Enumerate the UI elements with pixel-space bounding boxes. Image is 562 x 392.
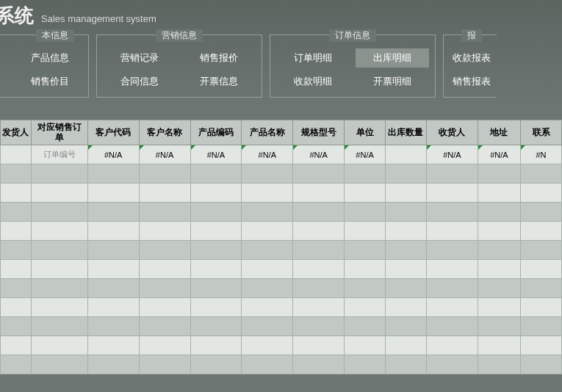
table-cell[interactable] bbox=[293, 164, 345, 184]
table-cell[interactable] bbox=[242, 203, 293, 222]
column-header[interactable]: 联系 bbox=[521, 120, 562, 145]
table-row[interactable] bbox=[1, 355, 562, 374]
table-cell[interactable] bbox=[426, 203, 478, 222]
table-cell[interactable]: #N/A bbox=[345, 145, 386, 164]
table-cell[interactable] bbox=[426, 184, 478, 203]
table-cell[interactable] bbox=[242, 298, 293, 317]
table-cell[interactable] bbox=[139, 203, 190, 222]
table-cell[interactable] bbox=[190, 222, 242, 241]
table-cell[interactable] bbox=[139, 336, 190, 355]
table-row[interactable] bbox=[1, 203, 562, 222]
table-cell[interactable] bbox=[293, 317, 345, 336]
table-cell[interactable] bbox=[139, 279, 190, 298]
table-cell[interactable] bbox=[345, 317, 386, 336]
column-header[interactable]: 产品名称 bbox=[242, 120, 293, 145]
table-cell[interactable] bbox=[190, 184, 242, 203]
table-cell[interactable] bbox=[190, 203, 242, 222]
table-cell[interactable] bbox=[345, 184, 386, 203]
nav-button[interactable]: 产品信息 bbox=[18, 48, 82, 68]
table-cell[interactable] bbox=[426, 317, 478, 336]
table-cell[interactable] bbox=[87, 222, 139, 241]
nav-button[interactable]: 收款明细 bbox=[276, 72, 350, 91]
table-cell[interactable]: #N bbox=[521, 145, 562, 164]
column-header[interactable]: 地址 bbox=[478, 120, 520, 145]
table-cell[interactable] bbox=[1, 298, 32, 317]
table-cell[interactable] bbox=[1, 184, 32, 203]
table-cell[interactable] bbox=[386, 260, 427, 279]
table-cell[interactable] bbox=[521, 203, 562, 222]
table-cell[interactable] bbox=[31, 241, 87, 260]
table-cell[interactable]: #N/A bbox=[87, 145, 139, 164]
table-row[interactable] bbox=[1, 298, 562, 317]
table-cell[interactable] bbox=[87, 336, 139, 355]
table-cell[interactable] bbox=[478, 279, 520, 298]
table-cell[interactable] bbox=[386, 298, 427, 317]
nav-button[interactable]: 出库明细 bbox=[356, 48, 429, 68]
table-cell[interactable] bbox=[426, 298, 478, 317]
table-cell[interactable] bbox=[293, 222, 345, 241]
table-cell[interactable] bbox=[426, 260, 478, 279]
table-cell[interactable] bbox=[345, 336, 386, 355]
table-cell[interactable] bbox=[31, 203, 87, 222]
table-cell[interactable] bbox=[386, 164, 427, 184]
nav-button[interactable]: 订单明细 bbox=[276, 48, 350, 68]
table-cell[interactable] bbox=[87, 184, 139, 203]
table-cell[interactable] bbox=[1, 164, 32, 184]
table-cell[interactable] bbox=[31, 317, 87, 336]
table-cell[interactable] bbox=[293, 184, 345, 203]
table-cell[interactable] bbox=[293, 336, 345, 355]
table-cell[interactable] bbox=[345, 241, 386, 260]
table-cell[interactable] bbox=[345, 355, 386, 374]
table-row[interactable] bbox=[1, 241, 562, 260]
table-cell[interactable] bbox=[87, 279, 139, 298]
column-header[interactable]: 规格型号 bbox=[293, 120, 345, 145]
table-cell[interactable] bbox=[386, 184, 427, 203]
table-cell[interactable] bbox=[478, 222, 520, 241]
table-cell[interactable] bbox=[87, 164, 139, 184]
table-cell[interactable] bbox=[31, 164, 87, 184]
table-cell[interactable] bbox=[139, 260, 190, 279]
nav-button[interactable]: 合同信息 bbox=[103, 72, 176, 91]
table-cell[interactable] bbox=[87, 260, 139, 279]
table-cell[interactable]: 订单编号 bbox=[31, 145, 87, 164]
table-cell[interactable] bbox=[521, 184, 562, 203]
table-cell[interactable]: #N/A bbox=[242, 145, 293, 164]
table-cell[interactable] bbox=[139, 184, 190, 203]
table-cell[interactable] bbox=[242, 336, 293, 355]
table-cell[interactable]: #N/A bbox=[190, 145, 242, 164]
table-cell[interactable] bbox=[426, 355, 478, 374]
table-cell[interactable] bbox=[87, 241, 139, 260]
table-row[interactable] bbox=[1, 222, 562, 241]
table-cell[interactable] bbox=[190, 260, 242, 279]
nav-button[interactable]: 开票信息 bbox=[182, 72, 256, 91]
column-header[interactable]: 产品编码 bbox=[190, 120, 242, 145]
table-cell[interactable] bbox=[521, 336, 562, 355]
table-cell[interactable] bbox=[190, 298, 242, 317]
table-cell[interactable] bbox=[478, 355, 520, 374]
table-cell[interactable] bbox=[386, 317, 427, 336]
table-cell[interactable] bbox=[426, 336, 478, 355]
table-cell[interactable] bbox=[521, 222, 562, 241]
table-cell[interactable] bbox=[426, 279, 478, 298]
table-cell[interactable] bbox=[521, 279, 562, 298]
table-cell[interactable] bbox=[242, 222, 293, 241]
table-cell[interactable]: #N/A bbox=[478, 145, 520, 164]
table-cell[interactable] bbox=[139, 317, 190, 336]
column-header[interactable]: 发货人 bbox=[1, 120, 32, 145]
table-cell[interactable] bbox=[139, 298, 190, 317]
table-cell[interactable] bbox=[242, 279, 293, 298]
table-cell[interactable] bbox=[293, 203, 345, 222]
table-cell[interactable] bbox=[1, 222, 32, 241]
table-cell[interactable] bbox=[426, 222, 478, 241]
table-cell[interactable] bbox=[31, 279, 87, 298]
table-cell[interactable] bbox=[426, 164, 478, 184]
table-cell[interactable] bbox=[190, 336, 242, 355]
table-cell[interactable] bbox=[386, 222, 427, 241]
table-row[interactable] bbox=[1, 260, 562, 279]
table-cell[interactable] bbox=[426, 241, 478, 260]
column-header[interactable]: 客户代码 bbox=[87, 120, 139, 145]
table-cell[interactable]: #N/A bbox=[426, 145, 478, 164]
table-cell[interactable] bbox=[1, 241, 32, 260]
nav-button[interactable]: 收款报表 bbox=[450, 48, 494, 68]
nav-button[interactable]: 开票明细 bbox=[356, 72, 429, 91]
